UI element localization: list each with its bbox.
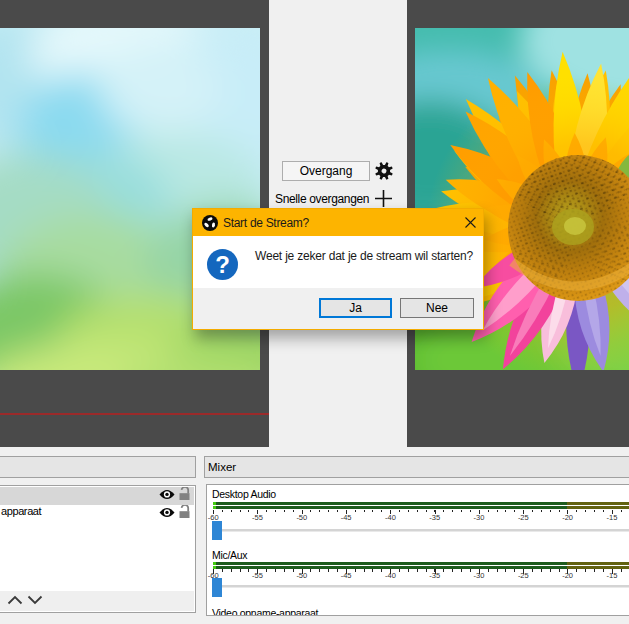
svg-text:?: ? xyxy=(215,251,230,278)
